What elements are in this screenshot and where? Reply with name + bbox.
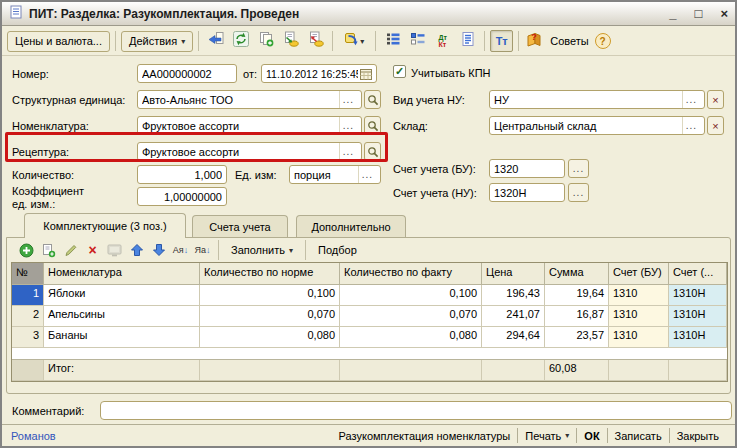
actions-button[interactable]: Действия▾ (121, 31, 193, 52)
end-edit-button[interactable] (105, 241, 124, 260)
qty-norm-cell[interactable]: 0,080 (200, 327, 340, 348)
table-row[interactable]: 2 Апельсины 0,070 0,070 241,07 16,87 131… (12, 306, 727, 327)
sum-cell[interactable]: 23,57 (545, 327, 609, 348)
title-bar[interactable]: ПИТ: Разделка: Разукомплектация. Проведе… (2, 2, 735, 26)
nomenclature-cell[interactable]: Бананы (44, 327, 200, 348)
sort-ascending-button[interactable]: Ая↓ (171, 241, 190, 260)
warehouse-field[interactable]: Центральный склад ... (489, 116, 705, 135)
col-header-price[interactable]: Цена (482, 263, 545, 285)
write-document-button[interactable] (204, 30, 227, 52)
reread-button[interactable] (229, 30, 252, 52)
col-header-account-bu[interactable]: Счет (БУ) (609, 263, 669, 285)
select-ellipsis-button[interactable]: ... (339, 91, 357, 108)
date-field[interactable]: 11.10.2012 16:25:45 (261, 64, 377, 83)
col-header-sum[interactable]: Сумма (545, 263, 609, 285)
col-header-num[interactable]: № (12, 263, 44, 285)
nomenclature-cell[interactable]: Яблоки (44, 285, 200, 306)
nomenclature-cell[interactable]: Апельсины (44, 306, 200, 327)
move-up-button[interactable] (127, 241, 146, 260)
delete-row-button[interactable]: × (83, 241, 102, 260)
tab-accounts[interactable]: Счета учета (192, 215, 288, 237)
dt-kt-button[interactable]: ДтКт (431, 30, 454, 52)
clear-button[interactable]: × (707, 90, 724, 109)
close-button[interactable]: × (720, 4, 728, 24)
tab-components[interactable]: Комплектующие (3 поз.) (24, 213, 186, 238)
maximize-button[interactable]: □ (695, 4, 703, 24)
qty-fact-cell[interactable]: 0,070 (340, 306, 482, 327)
table-row[interactable]: 3 Бананы 0,080 0,080 294,64 23,57 1310 1… (12, 327, 727, 348)
nu-kind-field[interactable]: НУ ... (489, 90, 705, 109)
doc-action-button[interactable]: Разукомплектация номенклатуры (332, 430, 518, 442)
col-header-qty-fact[interactable]: Количество по факту (340, 263, 482, 285)
select-ellipsis-button[interactable]: ... (568, 159, 589, 178)
comment-field[interactable] (100, 401, 732, 420)
row-number-cell[interactable]: 3 (12, 327, 44, 348)
qty-norm-cell[interactable]: 0,070 (200, 306, 340, 327)
unpost-document-button[interactable] (304, 30, 327, 52)
pick-button[interactable]: Подбор (312, 244, 363, 256)
row-number-cell[interactable]: 1 (12, 285, 44, 306)
close-form-button[interactable]: Закрыть (670, 430, 726, 442)
nomenclature-field[interactable]: Фруктовое ассорти ... (137, 116, 362, 135)
recipe-field[interactable]: Фруктовое ассорти ... (137, 142, 362, 161)
select-ellipsis-button[interactable]: ... (339, 117, 357, 134)
account-bu-cell[interactable]: 1310 (609, 306, 669, 327)
account-bu-cell[interactable]: 1310 (609, 285, 669, 306)
post-document-button[interactable] (279, 30, 302, 52)
help-button[interactable]: ? (595, 33, 611, 49)
sum-cell[interactable]: 16,87 (545, 306, 609, 327)
tips-book-button[interactable]: ? (524, 30, 544, 52)
sum-cell[interactable]: 19,64 (545, 285, 609, 306)
print-button[interactable]: Печать▾ (518, 430, 576, 442)
select-ellipsis-button[interactable]: ... (682, 91, 700, 108)
row-number-cell[interactable]: 2 (12, 306, 44, 327)
account-bu-cell[interactable]: 1310 (609, 327, 669, 348)
ok-button[interactable]: ОК (577, 430, 606, 442)
qty-fact-cell[interactable]: 0,100 (340, 285, 482, 306)
minimize-button[interactable]: _ (669, 4, 676, 24)
posting-settings-button[interactable] (406, 30, 429, 52)
add-row-button[interactable] (17, 241, 36, 260)
account-nu-cell[interactable]: 1310Н (669, 306, 727, 327)
table-row[interactable]: 1 Яблоки 0,100 0,100 196,43 19,64 1310 1… (12, 285, 727, 306)
description-toggle-button[interactable]: Тт (490, 30, 513, 52)
copy-row-button[interactable] (39, 241, 58, 260)
save-button[interactable]: Записать (608, 430, 669, 442)
tab-additional[interactable]: Дополнительно (296, 215, 406, 237)
sort-descending-button[interactable]: Яа↓ (193, 241, 212, 260)
col-header-qty-norm[interactable]: Количество по норме (200, 263, 340, 285)
open-magnifier-button[interactable] (364, 142, 381, 161)
fill-button[interactable]: Заполнить▾ (225, 244, 299, 256)
responsible-user-link[interactable]: Романов (11, 430, 56, 442)
account-nu-cell[interactable]: 1310Н (669, 327, 727, 348)
tips-label[interactable]: Советы (546, 35, 592, 47)
enter-based-on-button[interactable]: ▾ (338, 30, 370, 52)
document-movements-button[interactable] (381, 30, 404, 52)
edit-row-button[interactable] (61, 241, 80, 260)
col-header-nomenclature[interactable]: Номенклатура (44, 263, 200, 285)
price-cell[interactable]: 241,07 (482, 306, 545, 327)
prices-currency-button[interactable]: Цены и валюта... (7, 31, 110, 52)
unit-field[interactable]: порция ... (289, 165, 381, 184)
account-nu-field[interactable]: 1320Н (489, 183, 565, 202)
qty-fact-cell[interactable]: 0,080 (340, 327, 482, 348)
copy-document-button[interactable] (254, 30, 277, 52)
price-cell[interactable]: 196,43 (482, 285, 545, 306)
select-ellipsis-button[interactable]: ... (358, 166, 376, 183)
report-button[interactable] (456, 30, 479, 52)
select-ellipsis-button[interactable]: ... (568, 183, 589, 202)
price-cell[interactable]: 294,64 (482, 327, 545, 348)
quantity-field[interactable]: 1,000 (137, 165, 227, 184)
number-field[interactable]: АА000000002 (137, 64, 237, 83)
coefficient-field[interactable]: 1,00000000 (137, 187, 227, 206)
calendar-icon[interactable] (360, 68, 372, 80)
qty-norm-cell[interactable]: 0,100 (200, 285, 340, 306)
kpn-checkbox[interactable]: ✓ (393, 65, 406, 78)
clear-button[interactable]: × (707, 116, 724, 135)
open-magnifier-button[interactable] (364, 90, 381, 109)
move-down-button[interactable] (149, 241, 168, 260)
account-bu-field[interactable]: 1320 (489, 159, 565, 178)
col-header-account-nu[interactable]: Счет (... (669, 263, 727, 285)
select-ellipsis-button[interactable]: ... (339, 143, 357, 160)
open-magnifier-button[interactable] (364, 116, 381, 135)
